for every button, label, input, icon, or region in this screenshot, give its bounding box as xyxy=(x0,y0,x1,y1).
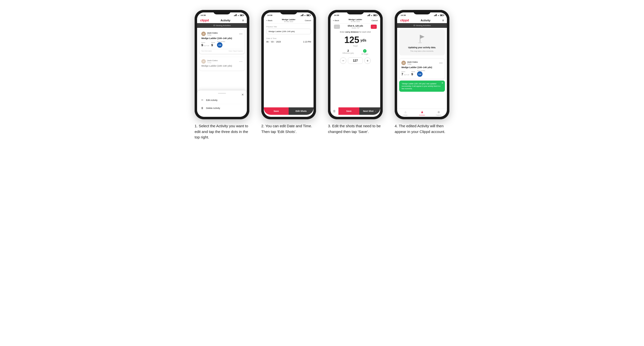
toast-close-icon[interactable]: ✕ xyxy=(442,82,444,85)
hit-target-icon xyxy=(363,49,366,53)
notch-1 xyxy=(213,10,231,14)
activity-card-1[interactable]: JC Josh Coles Today ••• Wedge Ladder (10… xyxy=(199,29,245,54)
bottom-sheet-1: ✕ ✏ Edit Activity 🗑 Delete Activity xyxy=(197,90,247,117)
phone-2-column: 14:38 ▲ xyxy=(259,10,318,135)
viewing-banner-4: ⚙ Viewing Activities xyxy=(397,23,447,28)
status-time-3: 14:39 xyxy=(334,14,339,16)
cancel-button-2[interactable]: Cancel xyxy=(305,19,311,22)
next-shot-button[interactable]: Next Shot → xyxy=(359,107,380,115)
card-title-1: Wedge Ladder (100–140 yds) xyxy=(201,37,242,39)
three-dots-4[interactable]: ••• xyxy=(439,62,443,64)
nav-title-2: Wedge Ladder xyxy=(282,18,295,21)
activity-card-2[interactable]: JC Josh Coles Today ••• Wedge Ladder (10… xyxy=(199,57,245,71)
sheet-handle xyxy=(218,93,226,94)
three-dots-1[interactable]: ••• xyxy=(239,32,242,35)
date-year[interactable]: 2023 xyxy=(276,40,281,43)
stats-row: 2 Difference (yds) Hit Target xyxy=(330,48,380,56)
phone-1: 14:38 ▲ xyxy=(194,10,249,119)
logo-1: clippd xyxy=(200,18,209,22)
screen-nav-3: < Back Wedge Ladder 06 Mar 2023 Cancel xyxy=(330,17,380,23)
signal-icon xyxy=(234,14,237,16)
phone-3-screen: 14:39 ▲ xyxy=(330,12,380,117)
date-month[interactable]: 03 xyxy=(271,40,274,43)
decrement-button[interactable]: − xyxy=(340,57,346,64)
yds-unit: yds xyxy=(360,38,366,42)
user-date-1: Today xyxy=(207,34,218,36)
avatar-2: JC xyxy=(201,59,206,64)
caption-1: 1. Select the Activity you want to edit … xyxy=(194,123,249,140)
hit-label: Hit Target xyxy=(361,53,368,55)
delete-shot-button[interactable]: 🗑 xyxy=(330,107,338,115)
tab-activities[interactable]: ♟ Activities xyxy=(414,110,430,116)
caption-3: 3. Edit the shots that need to be change… xyxy=(328,123,383,135)
save-shot-button[interactable]: Save xyxy=(338,107,359,115)
menu-icon-1[interactable]: ≡ xyxy=(242,19,244,22)
logo-4: clippd xyxy=(400,18,409,22)
shot-distance-input[interactable] xyxy=(348,57,363,64)
nav-date-3: 06 Mar 2023 xyxy=(348,21,362,22)
shot-prompt: Enter carry distance for each shot xyxy=(330,30,380,34)
phone-3: 14:39 ▲ xyxy=(328,10,383,119)
status-time-4: 14:38 xyxy=(401,14,406,16)
form-section-2: Practice Title Wedge Ladder (100–140 yds… xyxy=(264,24,314,35)
svg-point-2 xyxy=(418,42,422,43)
header-title-4: Activity xyxy=(420,19,430,22)
user-name-1: Josh Coles xyxy=(207,32,218,34)
shot-arrows: ← Shot 6, 125 yds Score 7/9 → xyxy=(330,24,380,30)
back-button-2[interactable]: < Back xyxy=(266,19,272,22)
phone-3-column: 14:39 ▲ xyxy=(326,10,385,135)
home-icon: ⌂ xyxy=(404,110,406,114)
date-day[interactable]: 06 xyxy=(266,40,268,43)
tab-capture[interactable]: ⊕ Capture xyxy=(430,110,447,116)
battery-icon-3 xyxy=(373,14,377,16)
increment-button[interactable]: + xyxy=(364,57,371,64)
edit-icon: ✏ xyxy=(200,99,204,101)
shot-info: Shot 6, 125 yds xyxy=(348,25,363,27)
wifi-icon: ▲ xyxy=(238,14,239,16)
wifi-icon-3: ▲ xyxy=(371,14,372,16)
shot-bottom-buttons: 🗑 Save Next Shot → xyxy=(330,107,380,117)
svg-marker-1 xyxy=(420,35,424,39)
phone-4-column: 14:38 ▲ xyxy=(392,10,452,135)
quality-badge-1: 130 xyxy=(217,42,222,48)
target-label: Target xyxy=(332,45,379,47)
diff-val: 2 xyxy=(342,49,354,52)
diff-label: Difference (yds) xyxy=(342,52,354,54)
status-icons-2: ▲ xyxy=(300,14,310,16)
prev-shot-button[interactable]: ← xyxy=(334,25,340,29)
activity-card-4[interactable]: JC Josh Coles Today ••• Wedge Ladder (10… xyxy=(399,58,445,79)
status-icons-1: ▲ xyxy=(234,14,243,16)
save-button-2[interactable]: Save xyxy=(264,107,289,115)
viewing-banner-1: ⚙ Viewing Activities xyxy=(197,23,247,28)
close-icon[interactable]: ✕ xyxy=(242,93,244,96)
phone-4: 14:38 ▲ xyxy=(395,10,450,119)
yds-display: 125 yds Target xyxy=(330,34,380,48)
avatar-1: JC xyxy=(201,31,206,36)
status-time-1: 14:38 xyxy=(200,14,206,16)
three-dots-2[interactable]: ••• xyxy=(239,60,242,63)
phone-1-column: 14:38 ▲ xyxy=(192,10,252,140)
quality-badge-4: 118 xyxy=(417,71,422,77)
phone-2: 14:38 ▲ xyxy=(261,10,316,119)
next-shot-arrow-button[interactable]: → xyxy=(371,25,377,29)
edit-activity-item[interactable]: ✏ Edit Activity xyxy=(200,96,243,104)
screen-nav-2: < Back Wedge Ladder 06 Mar 2023 Cancel xyxy=(264,17,314,23)
phones-row: 14:38 ▲ xyxy=(192,10,452,140)
tab-bar-4: ⌂ Home ♟ Activities ⊕ Capture xyxy=(397,109,447,117)
phone-2-screen: 14:38 ▲ xyxy=(264,12,314,117)
delete-icon: 🗑 xyxy=(200,107,204,109)
menu-icon-4[interactable]: ≡ xyxy=(442,19,444,22)
battery-icon-2 xyxy=(306,14,310,16)
time-input[interactable]: 1:13 PM xyxy=(303,40,311,43)
practice-title-input[interactable]: Wedge Ladder (100–140 yds) xyxy=(266,29,311,34)
back-button-3[interactable]: < Back xyxy=(333,19,339,22)
tab-home[interactable]: ⌂ Home xyxy=(397,110,414,116)
datetime-section: Date & Time 06 / 03 / 2023 1:13 PM xyxy=(264,35,314,44)
practice-title-label: Practice Title xyxy=(266,26,311,28)
caption-2: 2. You can edit Date and Time. Then tap … xyxy=(261,123,316,135)
edit-shots-button[interactable]: Edit Shots xyxy=(289,107,314,115)
caption-4: 4. The edited Activity will then appear … xyxy=(395,123,450,135)
notch-4 xyxy=(413,10,431,14)
cancel-button-3[interactable]: Cancel xyxy=(372,19,378,22)
delete-activity-item[interactable]: 🗑 Delete Activity xyxy=(200,104,243,112)
